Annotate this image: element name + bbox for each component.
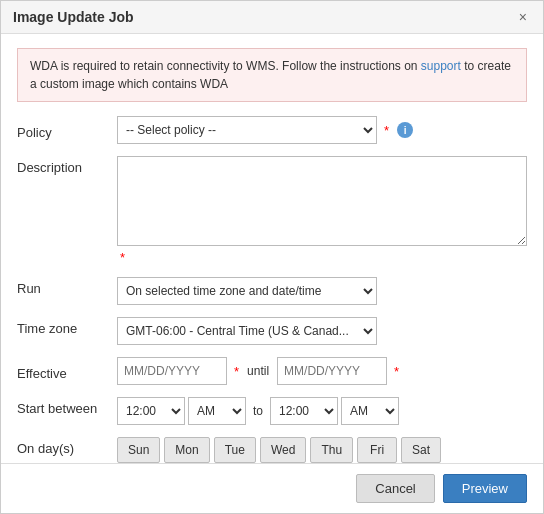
description-required-star: * xyxy=(120,250,125,265)
info-icon[interactable]: i xyxy=(397,122,413,138)
until-label: until xyxy=(247,364,269,378)
policy-label: Policy xyxy=(17,121,117,140)
dialog-title: Image Update Job xyxy=(13,9,134,25)
day-wed-button[interactable]: Wed xyxy=(260,437,306,463)
dialog-header: Image Update Job × xyxy=(1,1,543,34)
effective-label: Effective xyxy=(17,362,117,381)
cancel-button[interactable]: Cancel xyxy=(356,474,434,503)
timezone-select[interactable]: GMT-06:00 - Central Time (US & Canad... xyxy=(117,317,377,345)
effective-end-input[interactable] xyxy=(277,357,387,385)
alert-text-part1: WDA is required to retain connectivity t… xyxy=(30,59,421,73)
start-between-label: Start between xyxy=(17,397,117,416)
effective-start-required: * xyxy=(234,364,239,379)
on-days-label: On day(s) xyxy=(17,437,117,456)
effective-end-required: * xyxy=(394,364,399,379)
close-button[interactable]: × xyxy=(515,9,531,25)
policy-required-star: * xyxy=(384,123,389,138)
day-sat-button[interactable]: Sat xyxy=(401,437,441,463)
run-row: Run On selected time zone and date/time xyxy=(17,277,527,305)
day-mon-button[interactable]: Mon xyxy=(164,437,209,463)
effective-start-input[interactable] xyxy=(117,357,227,385)
days-row: Sun Mon Tue Wed Thu Fri Sat xyxy=(117,437,441,463)
policy-row: Policy -- Select policy -- * i xyxy=(17,116,527,144)
on-days-row: On day(s) Sun Mon Tue Wed Thu Fri Sat xyxy=(17,437,527,463)
alert-box: WDA is required to retain connectivity t… xyxy=(17,48,527,102)
preview-button[interactable]: Preview xyxy=(443,474,527,503)
ampm2-select[interactable]: AM xyxy=(341,397,399,425)
timezone-control-wrap: GMT-06:00 - Central Time (US & Canad... xyxy=(117,317,527,345)
day-sun-button[interactable]: Sun xyxy=(117,437,160,463)
image-update-job-dialog: Image Update Job × WDA is required to re… xyxy=(0,0,544,514)
start-between-control-wrap: 12:00 AM to 12:00 AM xyxy=(117,397,527,425)
run-label: Run xyxy=(17,277,117,296)
dialog-body: WDA is required to retain connectivity t… xyxy=(1,34,543,489)
policy-select[interactable]: -- Select policy -- xyxy=(117,116,377,144)
start-between-row: Start between 12:00 AM to 12:00 A xyxy=(17,397,527,425)
timezone-label: Time zone xyxy=(17,317,117,336)
time-group-2: 12:00 AM xyxy=(270,397,399,425)
dialog-footer: Cancel Preview xyxy=(1,463,543,513)
day-tue-button[interactable]: Tue xyxy=(214,437,256,463)
timezone-row: Time zone GMT-06:00 - Central Time (US &… xyxy=(17,317,527,345)
description-textarea[interactable] xyxy=(117,156,527,246)
run-control-wrap: On selected time zone and date/time xyxy=(117,277,527,305)
run-select[interactable]: On selected time zone and date/time xyxy=(117,277,377,305)
to-label: to xyxy=(253,404,263,418)
day-thu-button[interactable]: Thu xyxy=(310,437,353,463)
effective-control-wrap: * until * xyxy=(117,357,527,385)
description-row: Description * xyxy=(17,156,527,265)
support-link[interactable]: support xyxy=(421,59,461,73)
time2-select[interactable]: 12:00 xyxy=(270,397,338,425)
description-control-wrap: * xyxy=(117,156,527,265)
time-group-1: 12:00 AM xyxy=(117,397,246,425)
effective-row: Effective * until * xyxy=(17,357,527,385)
days-control-wrap: Sun Mon Tue Wed Thu Fri Sat xyxy=(117,437,527,463)
day-fri-button[interactable]: Fri xyxy=(357,437,397,463)
time1-select[interactable]: 12:00 xyxy=(117,397,185,425)
description-label: Description xyxy=(17,156,117,175)
ampm1-select[interactable]: AM xyxy=(188,397,246,425)
policy-control-wrap: -- Select policy -- * i xyxy=(117,116,527,144)
